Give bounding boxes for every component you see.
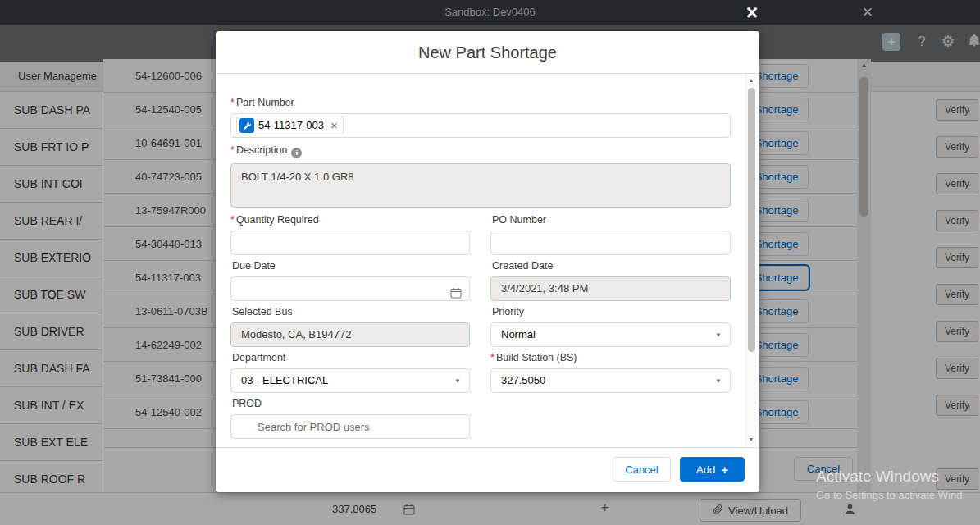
po-number-input[interactable] bbox=[490, 231, 731, 255]
chevron-down-icon: ▼ bbox=[715, 323, 722, 348]
due-date-label: Due Date bbox=[230, 260, 470, 272]
info-icon[interactable]: i bbox=[291, 148, 302, 158]
calendar-icon[interactable] bbox=[450, 284, 462, 307]
scroll-down-icon[interactable]: ▼ bbox=[746, 434, 756, 445]
selected-bus-label: Selected Bus bbox=[230, 306, 470, 317]
chevron-down-icon: ▼ bbox=[454, 369, 461, 394]
scrollbar-thumb[interactable] bbox=[748, 88, 755, 352]
prod-search-input[interactable] bbox=[230, 414, 470, 439]
modal-scrollbar[interactable]: ▲ ▼ bbox=[745, 75, 756, 445]
cancel-button[interactable]: Cancel bbox=[613, 457, 671, 482]
created-date-input: 3/4/2021, 3:48 PM bbox=[490, 276, 731, 301]
description-label: *Descriptioni bbox=[230, 144, 731, 158]
scroll-up-icon[interactable]: ▲ bbox=[746, 75, 756, 86]
plus-icon: + bbox=[721, 463, 728, 476]
po-number-label: PO Number bbox=[490, 214, 731, 226]
modal-footer: Cancel Add+ bbox=[216, 447, 759, 492]
part-number-label: *Part Number bbox=[230, 97, 731, 108]
quantity-required-input[interactable] bbox=[230, 231, 470, 255]
prod-label: PROD bbox=[230, 398, 470, 409]
remove-pill-icon[interactable]: × bbox=[330, 119, 338, 132]
screen: Sandbox: Dev0406 + ? ⚙ User Manageme SUB… bbox=[0, 0, 980, 525]
part-number-input[interactable]: 54-11317-003 × bbox=[230, 113, 731, 138]
created-date-label: Created Date bbox=[490, 260, 731, 272]
due-date-input[interactable] bbox=[230, 276, 470, 301]
description-textarea: BOLT 1/4-20 X 1.0 GR8 bbox=[230, 163, 731, 208]
department-label: Department bbox=[230, 352, 470, 363]
priority-select[interactable]: Normal▼ bbox=[490, 322, 731, 347]
part-number-pill[interactable]: 54-11317-003 × bbox=[236, 116, 344, 135]
add-button[interactable]: Add+ bbox=[680, 457, 745, 482]
selected-bus-input: Modesto, CA, B194772 bbox=[230, 322, 470, 347]
quantity-required-label: *Quantity Required bbox=[230, 214, 470, 226]
modal-title: New Part Shortage bbox=[216, 31, 759, 74]
department-select[interactable]: 03 - ELECTRICAL▼ bbox=[230, 368, 470, 393]
priority-label: Priority bbox=[490, 306, 731, 317]
pill-value: 54-11317-003 bbox=[258, 119, 324, 132]
build-station-select[interactable]: 327.5050▼ bbox=[490, 368, 731, 393]
product-wrench-icon bbox=[239, 118, 254, 133]
chevron-down-icon: ▼ bbox=[715, 369, 722, 394]
build-station-label: *Build Station (BS) bbox=[490, 352, 731, 363]
new-part-shortage-modal: New Part Shortage *Part Number 54-11317-… bbox=[216, 31, 759, 492]
modal-header: New Part Shortage bbox=[216, 31, 759, 74]
modal-close-icon[interactable]: × bbox=[739, 0, 765, 25]
